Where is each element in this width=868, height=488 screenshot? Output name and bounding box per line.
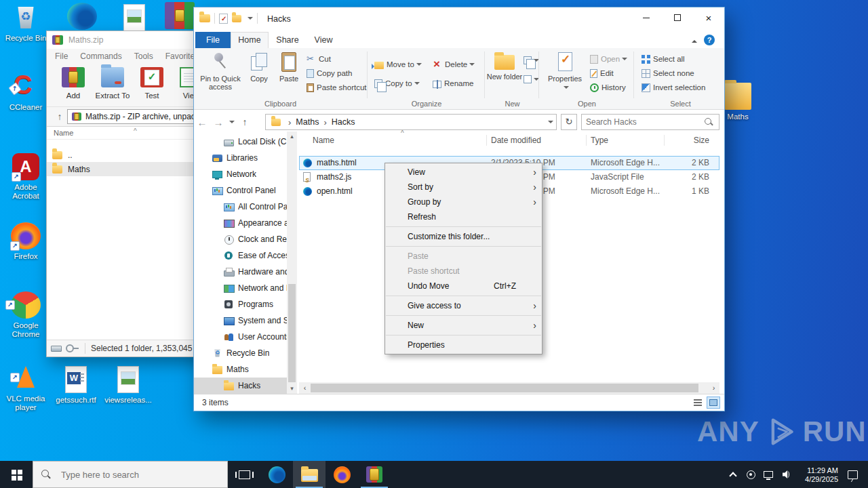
easy-access-button[interactable] [524, 74, 537, 85]
qat-customize-caret-icon[interactable] [248, 17, 253, 22]
tab-share[interactable]: Share [269, 32, 307, 48]
invert-selection-button[interactable]: Invert selection [642, 81, 705, 94]
column-header-size[interactable]: Size [669, 136, 709, 145]
tray-chevron-up-icon[interactable] [726, 461, 741, 488]
taskbar-file-explorer[interactable] [293, 461, 326, 488]
breadcrumb[interactable]: › Maths › Hacks [265, 114, 557, 130]
scroll-right-icon[interactable]: › [708, 382, 719, 394]
start-button[interactable] [0, 461, 33, 488]
new-item-button[interactable] [524, 55, 537, 66]
desktop-icon-getssuch-rtf[interactable]: getssuch.rtf [52, 366, 100, 405]
context-menu-item-new[interactable]: New › [385, 318, 542, 333]
breadcrumb-item-hacks[interactable]: Hacks [332, 117, 355, 127]
column-divider[interactable] [664, 135, 665, 146]
nav-item-libraries[interactable]: Libraries [194, 150, 287, 166]
forward-button[interactable]: → [210, 117, 226, 128]
qat-new-folder-icon[interactable] [232, 15, 241, 22]
search-input[interactable] [582, 117, 705, 127]
context-menu-item-customize-this-folder[interactable]: Customize this folder... [385, 229, 542, 244]
back-button[interactable]: ← [194, 117, 210, 128]
nav-item-recycle-bin[interactable]: Recycle Bin [194, 345, 287, 361]
move-to-button[interactable]: Move to [374, 58, 422, 71]
taskbar-search[interactable] [33, 461, 228, 488]
copy-to-button[interactable]: Copy to [374, 77, 420, 90]
scrollbar-thumb[interactable] [311, 384, 698, 392]
taskbar-search-input[interactable] [57, 470, 219, 480]
paste-button[interactable]: Paste [274, 50, 304, 98]
context-menu-item-sort-by[interactable]: Sort by › [385, 180, 542, 195]
large-icons-view-button[interactable] [707, 396, 720, 409]
tray-app-icon[interactable] [743, 461, 758, 488]
winrar-name-column[interactable]: Name [54, 129, 73, 137]
pin-to-quick-access-button[interactable]: Pin to Quick access [198, 50, 243, 98]
copy-button[interactable]: Copy [244, 50, 274, 98]
edit-button[interactable]: Edit [590, 66, 614, 80]
winrar-up-button[interactable]: ↑ [52, 111, 67, 122]
nav-item-clock-region[interactable]: Clock and Region [194, 231, 287, 247]
nav-item-network[interactable]: Network [194, 166, 287, 182]
column-header-type[interactable]: Type [591, 136, 608, 145]
desktop-icon-vlc-media-player[interactable]: VLC media player [1, 365, 51, 412]
qat-properties-icon[interactable] [219, 14, 228, 24]
tab-file[interactable]: File [195, 32, 231, 48]
taskbar-edge[interactable] [260, 461, 293, 488]
desktop-icon-ccleaner[interactable]: CCleaner [2, 73, 50, 112]
tab-view[interactable]: View [307, 32, 340, 48]
column-header-date-modified[interactable]: Date modified [491, 136, 541, 145]
context-menu-item-view[interactable]: View › [385, 165, 542, 180]
taskbar-winrar[interactable] [358, 461, 391, 488]
select-none-button[interactable]: Select none [642, 66, 694, 80]
winrar-test-button[interactable]: Test [133, 65, 171, 106]
desktop-icon-viewsreleas[interactable]: viewsreleas... [102, 366, 155, 405]
desktop-icon-adobe-acrobat[interactable]: Adobe Acrobat [1, 153, 51, 201]
address-dropdown-caret-icon[interactable] [548, 121, 553, 126]
scroll-left-icon[interactable]: ‹ [299, 382, 311, 394]
nav-item-network-internet[interactable]: Network and Internet [194, 280, 287, 296]
explorer-titlebar[interactable]: Hacks × [194, 7, 724, 32]
up-button[interactable]: ↑ [237, 117, 252, 127]
column-divider[interactable] [486, 135, 487, 146]
desktop-icon-image-file[interactable] [111, 4, 158, 34]
horizontal-scrollbar[interactable]: ‹ › [299, 382, 719, 394]
close-button[interactable]: × [693, 7, 724, 28]
winrar-add-button[interactable]: Add [54, 65, 92, 106]
minimize-button[interactable] [631, 7, 662, 28]
context-menu-item-properties[interactable]: Properties [385, 338, 542, 352]
nav-item-maths[interactable]: Maths [194, 361, 287, 378]
winrar-menu-file[interactable]: File [55, 52, 68, 61]
paste-shortcut-button[interactable]: Paste shortcut [307, 81, 367, 94]
nav-item-programs[interactable]: Programs [194, 296, 287, 312]
nav-item-hardware-sound[interactable]: Hardware and Sound [194, 264, 287, 280]
context-menu-item-undo-move[interactable]: Undo Move Ctrl+Z [385, 279, 542, 293]
volume-icon[interactable] [778, 461, 793, 488]
taskbar-clock[interactable]: 11:29 AM 4/29/2025 [796, 466, 838, 484]
desktop-icon-recycle-bin[interactable]: Recycle Bin [2, 4, 50, 43]
search-box[interactable] [581, 114, 719, 130]
context-menu-item-group-by[interactable]: Group by › [385, 195, 542, 209]
scrollbar-thumb[interactable] [288, 284, 296, 382]
nav-item-hacks[interactable]: Hacks [194, 378, 287, 394]
action-center-button[interactable] [841, 461, 864, 488]
cut-button[interactable]: Cut [307, 52, 331, 66]
column-header-name[interactable]: Name [313, 136, 334, 145]
recent-locations-caret-icon[interactable] [229, 121, 235, 126]
scroll-up-icon[interactable]: ▴ [287, 131, 297, 142]
winrar-menu-commands[interactable]: Commands [80, 52, 121, 61]
winrar-menu-tools[interactable]: Tools [134, 52, 153, 61]
desktop-icon-firefox[interactable]: Firefox [2, 222, 50, 261]
desktop-icon-edge[interactable] [58, 3, 106, 33]
select-all-button[interactable]: Select all [642, 52, 685, 66]
desktop-icon-google-chrome[interactable]: Google Chrome [2, 291, 50, 339]
scroll-down-icon[interactable]: ▾ [287, 384, 297, 394]
breadcrumb-item-maths[interactable]: Maths [296, 117, 319, 127]
nav-item-ease-of-access[interactable]: Ease of Access [194, 247, 287, 264]
context-menu-item-refresh[interactable]: Refresh [385, 209, 542, 224]
history-button[interactable]: History [590, 81, 626, 94]
collapse-ribbon-icon[interactable] [692, 37, 697, 43]
column-divider[interactable] [586, 135, 587, 146]
details-view-button[interactable] [691, 396, 705, 409]
rename-button[interactable]: Rename [433, 77, 473, 90]
nav-item-local-disk-c[interactable]: Local Disk (C:) [194, 134, 287, 150]
help-button[interactable]: ? [704, 35, 715, 45]
properties-button[interactable]: Properties [545, 50, 585, 98]
